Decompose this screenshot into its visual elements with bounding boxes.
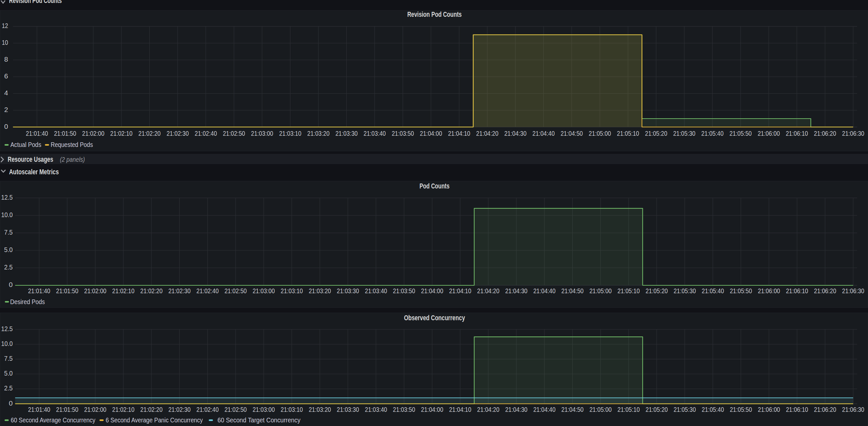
svg-text:21:04:30: 21:04:30 [505, 405, 527, 413]
svg-text:21:04:40: 21:04:40 [533, 405, 556, 413]
svg-text:21:03:30: 21:03:30 [337, 405, 359, 413]
svg-text:21:05:50: 21:05:50 [730, 405, 752, 413]
svg-text:21:06:30: 21:06:30 [842, 129, 864, 137]
svg-text:5.0: 5.0 [4, 369, 13, 377]
svg-text:21:02:10: 21:02:10 [112, 287, 134, 295]
svg-text:21:05:10: 21:05:10 [617, 129, 639, 137]
svg-text:21:06:10: 21:06:10 [786, 405, 808, 413]
svg-text:21:02:40: 21:02:40 [195, 129, 217, 137]
svg-text:21:02:20: 21:02:20 [138, 129, 161, 137]
svg-text:Resource Usages: Resource Usages [8, 155, 53, 163]
svg-text:Observed Concurrency: Observed Concurrency [404, 314, 465, 322]
svg-text:21:02:00: 21:02:00 [84, 287, 106, 295]
svg-text:7.5: 7.5 [4, 355, 13, 362]
svg-text:Revision Pod Counts: Revision Pod Counts [407, 10, 462, 19]
svg-text:21:02:50: 21:02:50 [223, 129, 245, 137]
svg-text:21:03:50: 21:03:50 [393, 405, 415, 413]
svg-text:21:03:10: 21:03:10 [281, 405, 303, 413]
svg-text:Actual Pods: Actual Pods [10, 141, 41, 148]
svg-text:21:03:50: 21:03:50 [393, 287, 415, 295]
svg-text:21:06:00: 21:06:00 [758, 287, 780, 295]
svg-text:21:03:20: 21:03:20 [309, 405, 331, 413]
svg-text:10.0: 10.0 [1, 340, 13, 347]
svg-text:21:05:00: 21:05:00 [589, 287, 612, 295]
svg-text:12.5: 12.5 [1, 325, 13, 332]
svg-text:21:06:30: 21:06:30 [842, 405, 864, 413]
svg-text:21:04:10: 21:04:10 [448, 129, 470, 137]
svg-text:21:03:40: 21:03:40 [365, 287, 388, 295]
svg-text:21:01:40: 21:01:40 [28, 405, 51, 413]
svg-text:21:03:10: 21:03:10 [279, 129, 302, 137]
svg-text:7.5: 7.5 [4, 228, 13, 236]
svg-text:21:05:10: 21:05:10 [617, 287, 640, 295]
svg-text:21:03:40: 21:03:40 [365, 405, 388, 413]
svg-text:21:05:00: 21:05:00 [589, 129, 611, 137]
svg-text:21:03:00: 21:03:00 [251, 129, 273, 137]
svg-text:21:05:40: 21:05:40 [701, 129, 723, 137]
svg-text:21:06:20: 21:06:20 [814, 405, 836, 413]
svg-text:21:03:30: 21:03:30 [335, 129, 358, 137]
svg-text:Requested Pods: Requested Pods [51, 141, 93, 148]
svg-text:Pod Counts: Pod Counts [420, 182, 450, 190]
svg-text:21:06:10: 21:06:10 [786, 287, 808, 295]
svg-text:21:06:10: 21:06:10 [785, 129, 808, 137]
svg-text:60 Second Average Concurrency: 60 Second Average Concurrency [11, 416, 96, 424]
svg-text:21:05:30: 21:05:30 [673, 129, 695, 137]
svg-text:8: 8 [4, 55, 8, 63]
svg-text:12.5: 12.5 [1, 193, 13, 201]
svg-text:60 Second Target Concurrency: 60 Second Target Concurrency [218, 416, 301, 424]
svg-text:21:06:30: 21:06:30 [842, 287, 864, 295]
svg-text:Desired Pods: Desired Pods [10, 298, 45, 305]
svg-text:21:05:30: 21:05:30 [674, 287, 696, 295]
svg-text:21:04:50: 21:04:50 [560, 129, 583, 137]
svg-text:0: 0 [9, 281, 13, 288]
svg-text:21:02:20: 21:02:20 [141, 287, 163, 295]
svg-text:21:02:00: 21:02:00 [84, 405, 106, 413]
svg-text:21:04:00: 21:04:00 [420, 129, 442, 137]
svg-text:21:02:10: 21:02:10 [110, 129, 132, 137]
svg-text:0: 0 [9, 399, 13, 407]
svg-text:21:04:20: 21:04:20 [477, 287, 499, 295]
svg-text:21:05:20: 21:05:20 [646, 287, 668, 295]
svg-text:2.5: 2.5 [4, 263, 13, 271]
svg-text:21:04:50: 21:04:50 [561, 287, 584, 295]
svg-text:2.5: 2.5 [4, 384, 13, 392]
svg-text:4: 4 [4, 89, 8, 97]
svg-text:21:03:40: 21:03:40 [364, 129, 386, 137]
svg-text:21:03:20: 21:03:20 [309, 287, 331, 295]
svg-text:21:05:30: 21:05:30 [674, 405, 696, 413]
svg-text:21:04:20: 21:04:20 [477, 405, 499, 413]
svg-text:21:02:10: 21:02:10 [112, 405, 134, 413]
svg-text:10.0: 10.0 [1, 211, 13, 219]
svg-text:21:05:10: 21:05:10 [617, 405, 640, 413]
svg-text:21:03:50: 21:03:50 [392, 129, 414, 137]
svg-text:21:06:00: 21:06:00 [758, 405, 780, 413]
svg-text:21:02:30: 21:02:30 [168, 405, 191, 413]
svg-text:21:05:50: 21:05:50 [730, 129, 752, 137]
svg-text:21:02:20: 21:02:20 [141, 405, 163, 413]
svg-text:21:04:40: 21:04:40 [533, 287, 556, 295]
svg-text:21:02:40: 21:02:40 [196, 287, 219, 295]
svg-text:6 Second Average Panic Concurr: 6 Second Average Panic Concurrency [106, 416, 203, 424]
svg-text:21:02:40: 21:02:40 [196, 405, 219, 413]
svg-text:Autoscaler Metrics: Autoscaler Metrics [9, 168, 59, 176]
svg-text:21:01:40: 21:01:40 [28, 287, 51, 295]
svg-text:21:01:40: 21:01:40 [26, 129, 48, 137]
svg-text:21:03:00: 21:03:00 [252, 405, 275, 413]
svg-text:21:03:20: 21:03:20 [307, 129, 330, 137]
svg-text:(2 panels): (2 panels) [60, 156, 85, 163]
svg-text:6: 6 [4, 72, 8, 80]
svg-text:21:05:20: 21:05:20 [646, 405, 668, 413]
svg-text:21:02:50: 21:02:50 [224, 405, 247, 413]
svg-text:21:05:40: 21:05:40 [702, 287, 724, 295]
svg-text:21:04:20: 21:04:20 [476, 129, 498, 137]
svg-text:21:05:50: 21:05:50 [730, 287, 752, 295]
svg-text:21:03:30: 21:03:30 [337, 287, 359, 295]
svg-text:21:01:50: 21:01:50 [56, 287, 79, 295]
svg-text:21:05:00: 21:05:00 [589, 405, 612, 413]
svg-text:21:03:00: 21:03:00 [252, 287, 275, 295]
svg-text:21:04:10: 21:04:10 [449, 287, 471, 295]
svg-text:21:04:00: 21:04:00 [421, 405, 443, 413]
svg-text:21:02:30: 21:02:30 [166, 129, 189, 137]
svg-text:21:03:10: 21:03:10 [281, 287, 303, 295]
